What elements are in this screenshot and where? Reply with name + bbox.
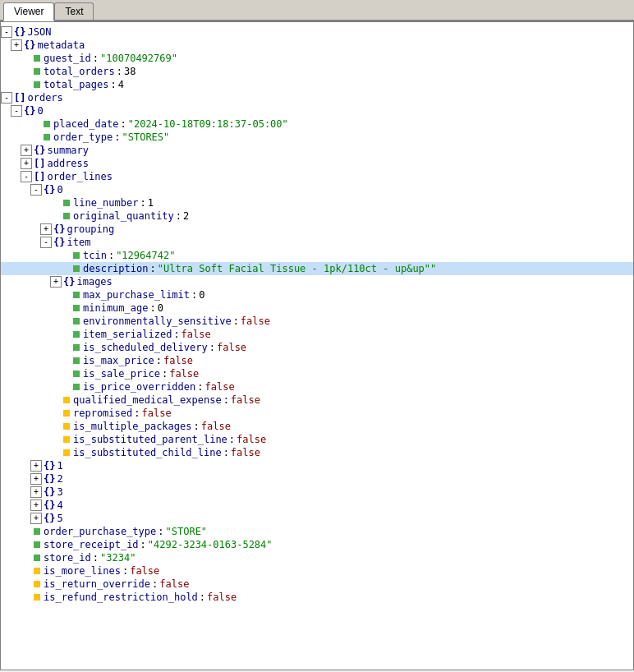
key-label: placed_date xyxy=(53,118,118,130)
tree-node-minimum_age[interactable]: minimum_age : 0 xyxy=(1,301,633,315)
colon-separator: : xyxy=(194,421,200,432)
toggle-button[interactable]: + xyxy=(21,145,32,156)
tree-node-is_scheduled_delivery[interactable]: is_scheduled_delivery : false xyxy=(1,341,633,354)
tree-node-line_number[interactable]: line_number : 1 xyxy=(1,196,633,209)
tree-node-order_type[interactable]: order_type : "STORES" xyxy=(1,131,633,144)
tree-node-order_lines-1[interactable]: +{}1 xyxy=(1,459,633,472)
colon-separator: : xyxy=(122,565,128,577)
colon-separator: : xyxy=(149,302,155,314)
tree-node-address[interactable]: +[]address xyxy=(1,157,633,170)
tree-node-is_return_override[interactable]: is_return_override : false xyxy=(1,578,633,591)
key-label: grouping xyxy=(67,223,114,235)
bracket-icon: [] xyxy=(34,158,45,169)
tree-node-order_lines[interactable]: -[]order_lines xyxy=(1,170,633,183)
tree-node-order_lines-3[interactable]: +{}3 xyxy=(1,486,633,499)
tree-node-store_receipt_id[interactable]: store_receipt_id : "4292-3234-0163-5284" xyxy=(1,538,633,551)
colon-separator: : xyxy=(149,263,155,274)
value-bullet xyxy=(73,331,80,338)
tree-node-grouping[interactable]: +{}grouping xyxy=(1,223,633,236)
key-label: description xyxy=(83,263,148,274)
tree-node-metadata[interactable]: +{}metadata xyxy=(1,39,633,52)
key-label: store_id xyxy=(44,552,91,564)
toggle-button[interactable]: + xyxy=(30,499,42,511)
tree-node-order_purchase_type[interactable]: order_purchase_type : "STORE" xyxy=(1,525,633,538)
key-label: total_orders xyxy=(44,66,115,77)
tree-node-orders[interactable]: -[]orders xyxy=(1,91,633,104)
toggle-button[interactable]: - xyxy=(40,237,52,248)
tree-node-placed_date[interactable]: placed_date : "2024-10-18T09:18:37-05:00… xyxy=(1,117,633,131)
key-label: tcin xyxy=(83,250,107,261)
key-label: is_price_overridden xyxy=(83,381,195,393)
toggle-button[interactable]: + xyxy=(30,460,42,472)
value-text: "10070492769" xyxy=(100,53,177,64)
bracket-icon: {} xyxy=(53,223,65,235)
toggle-button[interactable]: + xyxy=(11,39,22,51)
tree-node-is_substituted_parent_line[interactable]: is_substituted_parent_line : false xyxy=(1,433,633,446)
tree-node-max_purchase_limit[interactable]: max_purchase_limit : 0 xyxy=(1,288,633,301)
tree-node-is_sale_price[interactable]: is_sale_price : false xyxy=(1,367,633,380)
tree-node-item_serialized[interactable]: item_serialized : false xyxy=(1,328,633,341)
tree-node-store_id[interactable]: store_id : "3234" xyxy=(1,551,633,564)
tree-node-qualified_medical_expense[interactable]: qualified_medical_expense : false xyxy=(1,394,633,407)
tree-node-order_lines-2[interactable]: +{}2 xyxy=(1,472,633,486)
bracket-icon: [] xyxy=(14,92,25,104)
value-text: false xyxy=(241,315,270,327)
tree-node-guest_id[interactable]: guest_id : "10070492769" xyxy=(1,52,633,65)
toggle-button[interactable]: - xyxy=(30,184,42,196)
tab-viewer[interactable]: Viewer xyxy=(3,2,54,21)
tree-node-original_quantity[interactable]: original_quantity : 2 xyxy=(1,209,633,223)
tree-node-is_substituted_child_line[interactable]: is_substituted_child_line : false xyxy=(1,446,633,459)
colon-separator: : xyxy=(140,539,146,550)
tree-node-environmentally_sensitive[interactable]: environmentally_sensitive : false xyxy=(1,315,633,328)
toggle-button[interactable]: + xyxy=(30,486,42,498)
key-label: item xyxy=(67,237,90,248)
tree-node-images[interactable]: +{}images xyxy=(1,275,633,288)
value-text: false xyxy=(163,355,193,366)
tree-node-tcin[interactable]: tcin : "12964742" xyxy=(1,249,633,262)
colon-separator: : xyxy=(152,578,158,590)
toggle-button[interactable]: - xyxy=(1,26,12,38)
tree-node-summary[interactable]: +{}summary xyxy=(1,144,633,157)
tree-node-order_lines-4[interactable]: +{}4 xyxy=(1,499,633,512)
content-area: -{}JSON+{}metadataguest_id : "1007049276… xyxy=(0,21,634,670)
toggle-button[interactable]: - xyxy=(21,171,32,182)
tab-text[interactable]: Text xyxy=(54,2,94,20)
tree-node-item[interactable]: -{}item xyxy=(1,236,633,249)
value-text: false xyxy=(141,407,171,419)
tree-node-description[interactable]: description : "Ultra Soft Facial Tissue … xyxy=(1,262,633,275)
colon-separator: : xyxy=(176,210,181,222)
toggle-button[interactable]: + xyxy=(30,473,42,485)
value-bullet xyxy=(34,581,40,587)
tree-node-order_lines-0[interactable]: -{}0 xyxy=(1,183,633,196)
key-label: original_quantity xyxy=(73,210,174,222)
toggle-button[interactable]: + xyxy=(40,223,52,235)
tree-node-total_orders[interactable]: total_orders : 38 xyxy=(1,65,633,78)
tree-node-is_price_overridden[interactable]: is_price_overridden : false xyxy=(1,380,633,394)
key-label: 5 xyxy=(57,513,62,524)
tree-node-is_refund_restriction_hold[interactable]: is_refund_restriction_hold : false xyxy=(1,591,633,604)
toggle-button[interactable]: - xyxy=(1,92,12,104)
toggle-button[interactable]: + xyxy=(30,513,42,524)
value-text: "STORE" xyxy=(166,526,208,537)
tree-node-order_lines-5[interactable]: +{}5 xyxy=(1,512,633,525)
tree-node-total_pages[interactable]: total_pages : 4 xyxy=(1,78,633,91)
key-label: 3 xyxy=(57,486,62,498)
toggle-button[interactable]: + xyxy=(50,276,62,288)
tree-node-is_more_lines[interactable]: is_more_lines : false xyxy=(1,564,633,578)
toggle-button[interactable]: - xyxy=(11,105,22,117)
key-label: is_return_override xyxy=(44,578,150,590)
key-label: 0 xyxy=(57,184,62,196)
tree-node-is_multiple_packages[interactable]: is_multiple_packages : false xyxy=(1,420,633,433)
tree-node-orders-0[interactable]: -{}0 xyxy=(1,104,633,117)
bracket-icon: {} xyxy=(44,184,55,196)
key-label: is_substituted_parent_line xyxy=(73,434,227,445)
tree-node-is_max_price[interactable]: is_max_price : false xyxy=(1,354,633,367)
toggle-button[interactable]: + xyxy=(21,158,32,169)
tree-node-repromised[interactable]: repromised : false xyxy=(1,407,633,420)
value-bullet xyxy=(34,541,40,548)
value-text: 0 xyxy=(199,289,204,301)
value-bullet xyxy=(34,568,40,574)
value-text: "12964742" xyxy=(116,250,175,261)
value-bullet xyxy=(34,555,40,561)
tree-node-json-root[interactable]: -{}JSON xyxy=(1,25,633,39)
